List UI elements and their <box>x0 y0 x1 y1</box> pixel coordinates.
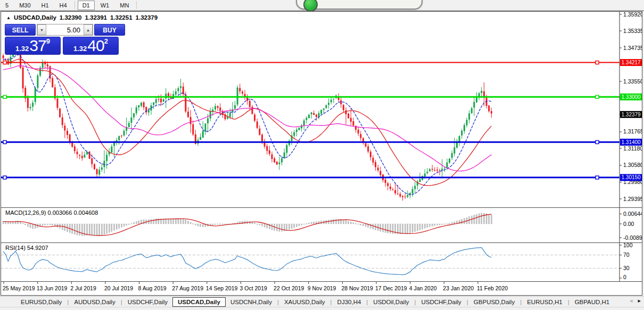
volume-increase-button[interactable]: ▲ <box>84 24 93 35</box>
chart-tab-bar: EURUSD,Daily|AUDUSD,Daily|USDCHF,DailyUS… <box>0 296 644 307</box>
svg-text:1.34217: 1.34217 <box>622 60 641 65</box>
svg-text:1.31400: 1.31400 <box>622 139 641 145</box>
macd-pane[interactable]: MACD(12,26,9) 0.003066 0.0046080.0064480… <box>1 208 642 242</box>
sell-price-button[interactable]: 1.32 37 9 <box>5 37 61 55</box>
rsi-pane[interactable]: RSI(14) 54.920710070300 <box>1 243 642 281</box>
timeframe-button-h1[interactable]: H1 <box>37 1 54 10</box>
date-label: 28 Nov 2019 <box>341 285 373 291</box>
rsi-axis: 10070300 <box>620 243 642 281</box>
chart-window[interactable]: 1.359201.353351.347351.341551.335501.329… <box>1 11 642 296</box>
buy-price-button[interactable]: 1.32 40 2 <box>63 37 119 55</box>
symbol-header: ▲ USDCAD,Daily 1.32390 1.32391 1.32251 1… <box>6 14 158 21</box>
tab-eurusd-daily[interactable]: EURUSD,Daily <box>16 297 67 307</box>
svg-text:0.006448: 0.006448 <box>623 211 642 217</box>
sell-button[interactable]: SELL <box>5 24 36 36</box>
svg-text:1.31765: 1.31765 <box>623 128 642 135</box>
timeframe-button-d1[interactable]: D1 <box>78 1 95 10</box>
buy-price-prefix: 1.32 <box>73 45 87 53</box>
svg-text:-0.008982: -0.008982 <box>623 234 642 241</box>
svg-text:0: 0 <box>623 274 626 280</box>
date-label: 3 Oct 2019 <box>240 285 267 291</box>
tab-scroll-right-icon[interactable]: ▸ <box>638 297 641 304</box>
svg-text:1.30150: 1.30150 <box>622 174 641 180</box>
tab-eurusd-h1[interactable]: EURUSD,H1 <box>522 297 567 307</box>
buy-button[interactable]: BUY <box>94 24 125 36</box>
date-label: 27 Aug 2019 <box>172 285 203 291</box>
tab-usdcad-daily[interactable]: USDCAD,Daily <box>172 297 226 307</box>
svg-text:30: 30 <box>623 265 630 271</box>
sell-price-big: 37 <box>29 39 46 53</box>
status-bar <box>0 307 644 310</box>
ohlc-close: 1.32379 <box>136 14 158 21</box>
tab-usdoil-daily[interactable]: USDOil,Daily <box>368 297 414 307</box>
tab-audusd-daily[interactable]: AUDUSD,Daily <box>69 297 120 307</box>
ohlc-high: 1.32391 <box>85 14 107 21</box>
svg-text:70: 70 <box>623 252 630 258</box>
sell-price-sup: 9 <box>46 38 50 45</box>
date-label: 8 Aug 2019 <box>138 285 167 291</box>
ohlc-low: 1.32251 <box>110 14 133 21</box>
volume-group: ▼ ▲ <box>37 24 93 36</box>
date-label: 25 May 2019 <box>3 285 35 291</box>
volume-input[interactable] <box>46 24 84 35</box>
date-label: 13 Jun 2019 <box>37 285 68 291</box>
date-label: 20 Jul 2019 <box>104 285 133 291</box>
rsi-label: RSI(14) 54.9207 <box>5 245 48 251</box>
price-axis[interactable]: 1.359201.353351.347351.341551.335501.329… <box>620 12 642 207</box>
toolbar-separator <box>75 1 75 9</box>
time-axis[interactable]: 25 May 201913 Jun 20192 Jul 201920 Jul 2… <box>1 282 642 295</box>
tab-usdcnh-daily[interactable]: USDCNH,Daily <box>226 297 277 307</box>
svg-text:1.35335: 1.35335 <box>623 28 642 34</box>
date-label: 22 Oct 2019 <box>274 285 304 291</box>
svg-text:1.29395: 1.29395 <box>623 196 642 202</box>
svg-text:1.34735: 1.34735 <box>623 45 642 51</box>
svg-text:1.33000: 1.33000 <box>622 94 641 100</box>
svg-text:1.32379: 1.32379 <box>622 112 641 118</box>
date-label: 11 Feb 2020 <box>477 285 508 291</box>
ohlc-open: 1.32390 <box>60 14 82 21</box>
tab-xauusd-daily[interactable]: XAUUSD,Daily <box>279 297 330 307</box>
svg-text:0.00: 0.00 <box>623 221 634 227</box>
timeframe-button-m30[interactable]: M30 <box>14 1 35 10</box>
buy-price-big: 40 <box>87 39 104 53</box>
collapse-arrow-icon[interactable]: ▲ <box>6 15 11 20</box>
buy-price-sup: 2 <box>104 38 108 45</box>
svg-text:1.31180: 1.31180 <box>623 145 642 152</box>
tab-dj30-h4[interactable]: DJ30,H4 <box>333 297 366 307</box>
mt4-terminal: { "toolbar": { "items": [ {"label": "5"}… <box>0 0 644 310</box>
macd-axis: 0.0064480.00-0.008982 <box>620 208 642 242</box>
sell-price-prefix: 1.32 <box>15 45 29 53</box>
tab-scroll-buttons: ◂ ▸ <box>630 297 641 304</box>
svg-text:1.30580: 1.30580 <box>623 162 642 168</box>
tab-usdchf-daily[interactable]: USDCHF,Daily <box>123 297 172 307</box>
tab-scroll-left-icon[interactable]: ◂ <box>630 297 633 304</box>
svg-text:1.35920: 1.35920 <box>623 12 642 18</box>
symbol-title: USDCAD,Daily <box>14 14 56 21</box>
date-label: 17 Dec 2019 <box>375 285 407 291</box>
timeframe-button-5[interactable]: 5 <box>1 1 13 10</box>
timeframe-button-w1[interactable]: W1 <box>96 1 114 10</box>
timeframe-button-mn[interactable]: MN <box>115 1 134 10</box>
svg-text:1.33550: 1.33550 <box>623 78 642 85</box>
tab-usdchf-daily[interactable]: USDCHF,Daily <box>416 297 466 307</box>
date-label: 2 Jul 2019 <box>70 285 96 291</box>
date-label: 4 Jan 2020 <box>409 285 437 291</box>
volume-decrease-button[interactable]: ▼ <box>37 24 46 35</box>
date-label: 9 Nov 2019 <box>308 285 336 291</box>
timeframe-button-h4[interactable]: H4 <box>55 1 72 10</box>
date-label: 14 Sep 2019 <box>206 285 238 291</box>
macd-label: MACD(12,26,9) 0.003066 0.004608 <box>5 210 98 216</box>
date-label: 23 Jan 2020 <box>443 285 474 291</box>
screen-share-overlay[interactable] <box>296 0 423 10</box>
tab-gbpaud-h1[interactable]: GBPAUD,H1 <box>570 297 615 307</box>
tab-gbpusd-daily[interactable]: GBPUSD,Daily <box>469 297 519 307</box>
svg-text:100: 100 <box>623 243 633 248</box>
toolbar-separator <box>136 1 137 9</box>
one-click-trading-panel: SELL ▼ ▲ BUY 1.32 37 9 1.32 40 2 <box>5 24 125 55</box>
